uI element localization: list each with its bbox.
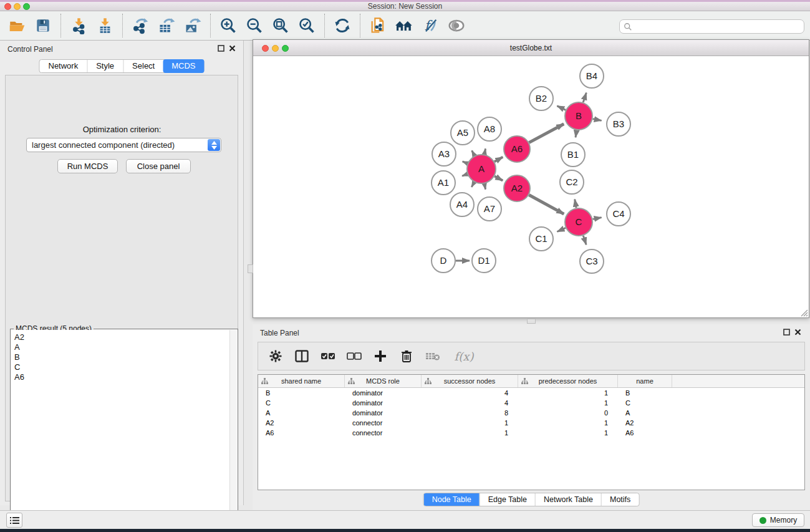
edge-C-C2[interactable] bbox=[575, 200, 576, 208]
edge-B-B3[interactable] bbox=[593, 119, 602, 121]
table-row[interactable]: A2connector11A2 bbox=[258, 418, 804, 428]
resize-grip-icon[interactable] bbox=[800, 309, 808, 317]
node-C4[interactable]: C4 bbox=[607, 202, 630, 226]
node-B4[interactable]: B4 bbox=[580, 64, 604, 88]
zoom-selected-button[interactable] bbox=[294, 13, 320, 38]
mcds-result-item[interactable]: C bbox=[14, 362, 229, 372]
tab-network[interactable]: Network bbox=[39, 60, 87, 72]
column-header-MCDS-role[interactable]: MCDS role bbox=[345, 375, 422, 387]
column-header-successor-nodes[interactable]: successor nodes bbox=[422, 375, 518, 387]
open-session-button[interactable] bbox=[4, 13, 30, 38]
column-header-predecessor-nodes[interactable]: predecessor nodes bbox=[518, 375, 618, 387]
table-row[interactable]: Bdominator41B bbox=[258, 388, 804, 398]
node-C3[interactable]: C3 bbox=[580, 249, 604, 273]
edge-A-A8[interactable] bbox=[485, 148, 486, 154]
edge-A-A3[interactable] bbox=[463, 162, 468, 163]
mcds-result-list[interactable]: A2ABCA6 bbox=[11, 330, 229, 532]
edge-A-A2[interactable] bbox=[494, 177, 503, 181]
edge-A-A4[interactable] bbox=[471, 182, 474, 187]
node-A[interactable]: A bbox=[467, 155, 496, 183]
node-B2[interactable]: B2 bbox=[529, 87, 553, 110]
result-scrollbar[interactable] bbox=[229, 330, 237, 532]
close-panel-icon[interactable] bbox=[794, 329, 801, 336]
table-row[interactable]: A6connector11A6 bbox=[258, 428, 804, 438]
table-row[interactable]: Adominator80A bbox=[258, 408, 804, 418]
table-settings-button[interactable] bbox=[267, 347, 284, 365]
column-header-shared-name[interactable]: shared name bbox=[258, 375, 345, 387]
tab-network-table[interactable]: Network Table bbox=[535, 493, 601, 506]
float-panel-icon[interactable] bbox=[783, 329, 790, 336]
delete-column-button[interactable] bbox=[398, 347, 415, 365]
node-D[interactable]: D bbox=[432, 249, 455, 273]
node-C2[interactable]: C2 bbox=[560, 170, 584, 194]
node-A6[interactable]: A6 bbox=[504, 136, 530, 162]
tab-mcds[interactable]: MCDS bbox=[163, 59, 204, 73]
run-mcds-button[interactable]: Run MCDS bbox=[57, 159, 118, 173]
graphics-details-button[interactable]: f bbox=[417, 13, 443, 38]
divider-grip-left[interactable] bbox=[248, 264, 253, 273]
delete-table-button[interactable] bbox=[424, 347, 441, 365]
tab-node-table[interactable]: Node Table bbox=[424, 493, 480, 506]
edge-C-C1[interactable] bbox=[557, 228, 566, 231]
first-neighbors-button[interactable] bbox=[391, 13, 417, 38]
node-A1[interactable]: A1 bbox=[432, 171, 455, 195]
mcds-result-item[interactable]: A6 bbox=[14, 372, 229, 382]
node-B1[interactable]: B1 bbox=[561, 143, 585, 167]
tab-edge-table[interactable]: Edge Table bbox=[480, 493, 535, 506]
edge-B-B1[interactable] bbox=[576, 130, 577, 138]
edge-B-B4[interactable] bbox=[583, 93, 586, 103]
edge-A2-C[interactable] bbox=[529, 195, 564, 215]
save-session-button[interactable] bbox=[30, 13, 56, 38]
import-table-button[interactable] bbox=[92, 13, 118, 38]
edge-A-A1[interactable] bbox=[462, 174, 467, 176]
tab-motifs[interactable]: Motifs bbox=[601, 493, 639, 506]
network-window-titlebar[interactable]: testGlobe.txt bbox=[253, 40, 809, 56]
select-all-columns-button[interactable] bbox=[319, 347, 337, 365]
edge-C-C3[interactable] bbox=[583, 236, 586, 245]
column-header-name[interactable]: name bbox=[618, 375, 672, 387]
node-A3[interactable]: A3 bbox=[432, 142, 456, 166]
node-C1[interactable]: C1 bbox=[529, 227, 553, 251]
node-A7[interactable]: A7 bbox=[478, 197, 501, 221]
close-panel-button[interactable]: Close panel bbox=[126, 159, 191, 173]
table-row[interactable]: Cdominator41C bbox=[258, 398, 804, 408]
export-network-button[interactable] bbox=[127, 13, 153, 38]
node-A2[interactable]: A2 bbox=[504, 175, 530, 201]
criterion-select[interactable]: largest connected component (directed) bbox=[26, 138, 221, 152]
node-D1[interactable]: D1 bbox=[472, 249, 496, 273]
edge-A-A7[interactable] bbox=[485, 184, 486, 190]
edge-A-A5[interactable] bbox=[472, 150, 475, 155]
divider-grip-bottom[interactable] bbox=[527, 319, 536, 324]
clone-network-button[interactable] bbox=[365, 13, 391, 38]
edge-C-C4[interactable] bbox=[593, 218, 602, 220]
hide-details-button[interactable] bbox=[443, 13, 470, 38]
close-panel-icon[interactable] bbox=[229, 45, 236, 52]
refresh-button[interactable] bbox=[329, 13, 355, 38]
mcds-result-item[interactable]: B bbox=[14, 352, 229, 362]
search-field[interactable] bbox=[619, 19, 804, 34]
edge-A-A6[interactable] bbox=[494, 157, 503, 162]
edge-B-B2[interactable] bbox=[557, 106, 566, 110]
deselect-all-columns-button[interactable] bbox=[345, 347, 363, 365]
tab-style[interactable]: Style bbox=[87, 60, 123, 72]
node-C[interactable]: C bbox=[565, 208, 592, 236]
import-network-button[interactable] bbox=[65, 13, 92, 38]
edge-A6-B[interactable] bbox=[529, 124, 564, 143]
node-B3[interactable]: B3 bbox=[607, 112, 630, 136]
node-A8[interactable]: A8 bbox=[478, 117, 501, 141]
export-image-button[interactable] bbox=[180, 13, 206, 38]
apply-function-button[interactable]: f(x) bbox=[450, 347, 478, 365]
add-column-button[interactable] bbox=[372, 347, 389, 365]
zoom-in-button[interactable] bbox=[215, 13, 241, 38]
node-B[interactable]: B bbox=[565, 102, 592, 130]
column-layout-button[interactable] bbox=[293, 347, 311, 365]
zoom-out-button[interactable] bbox=[241, 13, 268, 38]
network-graph-canvas[interactable]: AA1A2A3A4A5A6A7A8BB1B2B3B4CC1C2C3C4DD1 bbox=[253, 56, 809, 317]
mcds-result-item[interactable]: A2 bbox=[14, 332, 229, 342]
search-input[interactable] bbox=[632, 20, 804, 33]
tab-select[interactable]: Select bbox=[123, 60, 163, 72]
memory-button[interactable]: Memory bbox=[752, 513, 804, 527]
node-A5[interactable]: A5 bbox=[451, 121, 475, 145]
export-table-button[interactable] bbox=[153, 13, 180, 38]
zoom-fit-button[interactable] bbox=[268, 13, 294, 38]
